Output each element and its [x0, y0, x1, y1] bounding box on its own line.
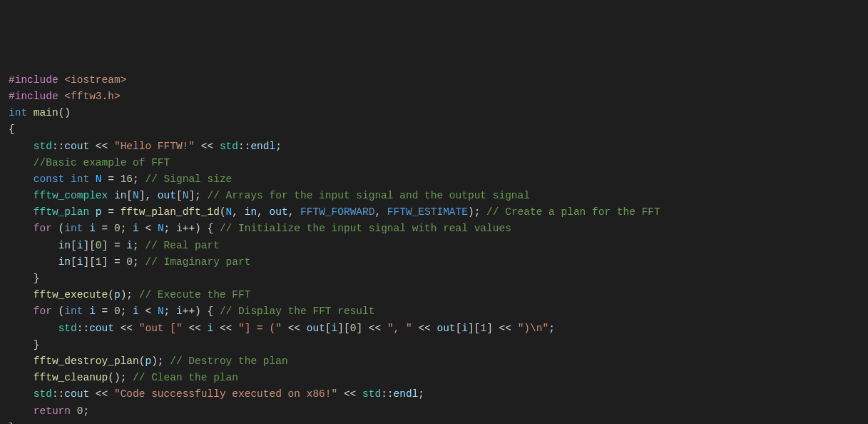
code-token: // Create a plan for the FFT [486, 206, 660, 218]
code-token: in [58, 240, 71, 251]
code-token: << [89, 141, 114, 152]
code-token: <iostream> [64, 74, 126, 86]
code-token [9, 323, 58, 334]
code-token: i [133, 306, 139, 317]
code-token [9, 240, 58, 251]
code-token: const [34, 173, 65, 185]
code-token: (); [108, 372, 133, 383]
code-token: #include [9, 74, 64, 86]
code-token [9, 388, 34, 400]
code-token: // Clean the plan [133, 372, 238, 383]
code-token: std [58, 323, 77, 334]
code-token: ; [133, 173, 145, 185]
code-token: ][ [337, 323, 349, 334]
code-token: :: [52, 388, 64, 400]
code-token: << [89, 388, 114, 400]
code-token: ")\n" [518, 323, 549, 334]
code-token: :: [52, 141, 64, 152]
code-token: << [282, 323, 307, 334]
code-token: "Hello FFTW!" [114, 141, 195, 152]
code-token: [ [71, 256, 77, 268]
code-token: 1 [96, 256, 102, 268]
code-token: , [374, 206, 387, 218]
code-token: // Real part [145, 240, 219, 251]
code-token: ; [418, 388, 424, 400]
code-token: fftw_destroy_plan [34, 355, 139, 367]
code-token [9, 223, 34, 234]
code-token: fftw_cleanup [34, 372, 108, 383]
code-token: for [34, 223, 52, 234]
code-token [9, 190, 34, 201]
code-token: ][ [83, 256, 95, 268]
code-token: ; [548, 323, 555, 334]
code-token: = [102, 206, 121, 218]
code-token: } [9, 339, 40, 350]
code-token: ][ [83, 240, 95, 251]
code-token: cout [64, 388, 89, 400]
code-token [9, 157, 34, 168]
code-token [108, 190, 114, 201]
code-token: out [270, 206, 288, 218]
code-token [64, 173, 71, 185]
code-token: ++) { [183, 306, 220, 317]
code-token: p [145, 355, 151, 367]
code-line: { [9, 121, 859, 138]
code-token: std [362, 388, 381, 400]
code-token: , [232, 206, 244, 218]
code-token: ] << [356, 323, 387, 334]
code-token: [ [71, 240, 77, 251]
code-line: } [9, 271, 859, 287]
code-token: in [58, 256, 71, 268]
code-token: N [158, 223, 164, 234]
code-token: ] << [486, 323, 518, 334]
code-token: << [183, 323, 208, 334]
code-token: i [89, 223, 96, 234]
code-line: fftw_cleanup(); // Clean the plan [9, 370, 859, 386]
code-token: cout [64, 141, 89, 152]
code-token: ; [164, 306, 176, 317]
code-token: ); [121, 289, 139, 301]
code-line: } [9, 337, 859, 353]
code-token: ; [133, 240, 145, 251]
code-line: std::cout << "Hello FFTW!" << std::endl; [9, 138, 859, 155]
code-token: out [158, 190, 176, 201]
code-token: ; [121, 306, 133, 317]
code-line: fftw_execute(p); // Execute the FFT [9, 287, 859, 303]
code-line: const int N = 16; // Signal size [9, 171, 859, 188]
code-token [9, 355, 34, 367]
code-token: ; [121, 223, 133, 234]
code-token: cout [89, 323, 114, 334]
code-line: return 0; [9, 403, 859, 420]
code-token: std [34, 388, 52, 400]
code-token: // Arrays for the input signal and the o… [207, 190, 529, 201]
code-token: i [176, 223, 183, 234]
code-token: N [133, 190, 139, 201]
code-token [9, 372, 34, 383]
code-line: in[i][0] = i; // Real part [9, 238, 859, 254]
code-token: , [288, 206, 300, 218]
code-token: 0 [114, 223, 121, 234]
code-token: = [96, 306, 114, 317]
code-token: ] = [102, 240, 127, 251]
code-token: N [158, 306, 164, 317]
code-token: << [195, 141, 220, 152]
code-token: // Initialize the input signal with real… [220, 223, 511, 234]
code-token: // Display the FFT result [220, 306, 375, 317]
code-token: ], [139, 190, 158, 201]
code-line: #include <iostream> [9, 72, 859, 89]
code-token [9, 289, 34, 301]
code-token: , [257, 206, 269, 218]
code-token: i [126, 240, 133, 251]
code-token [27, 107, 34, 118]
code-token: :: [77, 323, 89, 334]
code-token: [ [325, 323, 332, 334]
code-token: ]; [188, 190, 207, 201]
code-token: int [9, 107, 27, 118]
code-token: i [208, 323, 214, 334]
code-line: //Basic example of FFT [9, 155, 859, 171]
code-token: :: [238, 141, 250, 152]
code-token: ( [52, 306, 64, 317]
code-token: out [307, 323, 325, 334]
code-token: ; [133, 256, 145, 268]
code-token [71, 405, 77, 417]
